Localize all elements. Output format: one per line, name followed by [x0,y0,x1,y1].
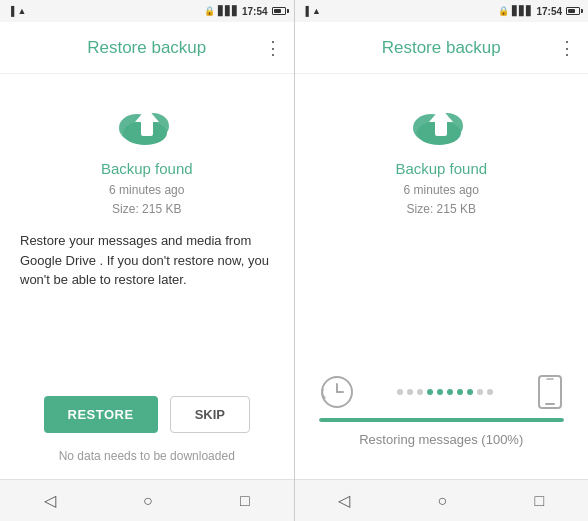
restore-button[interactable]: RESTORE [44,396,158,433]
left-buttons-row: RESTORE SKIP [44,396,250,433]
left-time-ago: 6 minutes ago [109,181,184,200]
left-app-bar: Restore backup ⋮ [0,22,294,74]
left-status-left: ▐ ▲ [8,6,26,16]
left-status-right: 🔒 ▋▋▋ 17:54 [204,6,286,17]
right-wifi-icon: ▲ [312,6,321,16]
left-description: Restore your messages and media from Goo… [16,231,278,290]
left-home-button[interactable]: ○ [143,492,153,510]
progress-dot-6 [457,389,463,395]
left-time: 17:54 [242,6,268,17]
signal-icon: ▋▋▋ [218,6,239,16]
left-size: Size: 215 KB [109,200,184,219]
battery-icon [272,7,286,15]
right-signal-icon: ▋▋▋ [512,6,533,16]
right-size: Size: 215 KB [404,200,479,219]
right-cloud-upload-icon [409,98,473,148]
right-backup-meta: 6 minutes ago Size: 215 KB [404,181,479,219]
right-time-ago: 6 minutes ago [404,181,479,200]
left-back-button[interactable]: ◁ [44,491,56,510]
left-content: Backup found 6 minutes ago Size: 215 KB … [0,74,294,479]
progress-dot-0 [397,389,403,395]
right-back-button[interactable]: ◁ [338,491,350,510]
left-recent-button[interactable]: □ [240,492,250,510]
right-sim-icon: ▐ [303,6,309,16]
cloud-icon-container [115,98,179,152]
restoring-text: Restoring messages (100%) [359,432,523,447]
phone-device-icon [536,375,564,409]
right-more-icon[interactable]: ⋮ [558,37,576,59]
progress-dot-9 [487,389,493,395]
progress-dot-7 [467,389,473,395]
right-app-bar: Restore backup ⋮ [295,22,589,74]
right-backup-found: Backup found [395,160,487,177]
left-more-icon[interactable]: ⋮ [264,37,282,59]
progress-dot-1 [407,389,413,395]
right-status-bar: ▐ ▲ 🔒 ▋▋▋ 17:54 [295,0,589,22]
left-no-data-text: No data needs to be downloaded [59,449,235,463]
progress-dot-2 [417,389,423,395]
right-cloud-icon-container [409,98,473,152]
lock-icon: 🔒 [204,6,215,16]
right-home-button[interactable]: ○ [438,492,448,510]
dots-container [359,389,533,395]
right-status-left: ▐ ▲ [303,6,321,16]
progress-animation [319,374,565,410]
left-backup-meta: 6 minutes ago Size: 215 KB [109,181,184,219]
progress-dot-4 [437,389,443,395]
right-content: Backup found 6 minutes ago Size: 215 KB [295,74,589,479]
right-status-right: 🔒 ▋▋▋ 17:54 [498,6,580,17]
right-nav-bar: ◁ ○ □ [295,479,589,521]
progress-section: Restoring messages (100%) [311,374,573,463]
progress-dot-8 [477,389,483,395]
progress-dot-5 [447,389,453,395]
right-battery-icon [566,7,580,15]
left-nav-bar: ◁ ○ □ [0,479,294,521]
sim-icon: ▐ [8,6,14,16]
right-app-title: Restore backup [382,38,501,58]
left-phone: ▐ ▲ 🔒 ▋▋▋ 17:54 Restore backup ⋮ [0,0,295,521]
progress-bar-container [319,418,565,422]
wifi-icon: ▲ [17,6,26,16]
right-recent-button[interactable]: □ [535,492,545,510]
cloud-upload-icon [115,98,179,148]
left-app-title: Restore backup [87,38,206,58]
right-lock-icon: 🔒 [498,6,509,16]
left-status-bar: ▐ ▲ 🔒 ▋▋▋ 17:54 [0,0,294,22]
right-phone: ▐ ▲ 🔒 ▋▋▋ 17:54 Restore backup ⋮ [295,0,589,521]
skip-button[interactable]: SKIP [170,396,250,433]
right-time: 17:54 [536,6,562,17]
left-backup-found: Backup found [101,160,193,177]
progress-dot-3 [427,389,433,395]
progress-bar-fill [319,418,565,422]
clock-icon [319,374,355,410]
